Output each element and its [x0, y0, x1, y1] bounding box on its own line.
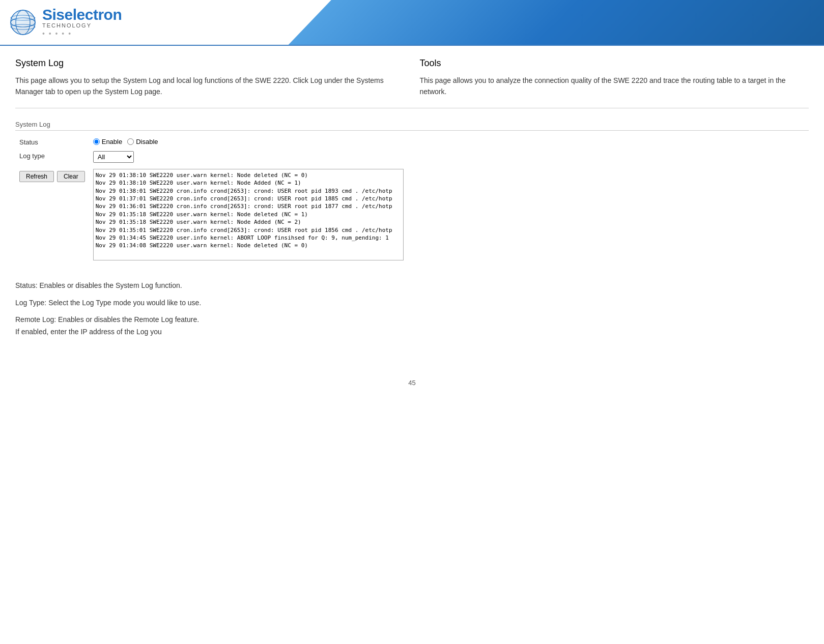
description-section: Status: Enables or disables the System L… — [15, 280, 809, 338]
logtype-row: Log type All Kernel System User — [15, 149, 809, 165]
syslog-section-title: System Log — [15, 121, 809, 131]
brand-name: Siselectron — [42, 7, 122, 22]
intro-col-left: System Log This page allows you to setup… — [15, 58, 405, 98]
logo-dots: • • • • • — [42, 30, 122, 38]
system-log-description: This page allows you to setup the System… — [15, 75, 405, 98]
buttons-cell: Refresh Clear — [15, 165, 89, 265]
buttons-log-row: Refresh Clear — [15, 165, 809, 265]
desc-status: Status: Enables or disables the System L… — [15, 280, 809, 292]
enable-radio-label[interactable]: Enable — [93, 138, 122, 145]
status-controls: Enable Disable — [89, 135, 809, 149]
status-radio-group: Enable Disable — [93, 138, 805, 145]
system-log-title: System Log — [15, 58, 405, 69]
disable-label: Disable — [136, 138, 158, 145]
disable-radio-label[interactable]: Disable — [127, 138, 158, 145]
status-row: Status Enable Disable — [15, 135, 809, 149]
tools-description: This page allows you to analyze the conn… — [420, 75, 809, 98]
logo-globe-icon — [9, 9, 37, 37]
syslog-form-table: Status Enable Disable Log ty — [15, 135, 809, 265]
logtype-control: All Kernel System User — [89, 149, 809, 165]
main-content: System Log This page allows you to setup… — [0, 46, 824, 354]
brand-sub: TECHNOLOGY — [42, 22, 122, 28]
page-number: 45 — [408, 379, 415, 387]
page-header: Siselectron TECHNOLOGY • • • • • — [0, 0, 824, 46]
enable-label: Enable — [102, 138, 122, 145]
log-output[interactable] — [93, 169, 404, 260]
tools-title: Tools — [420, 58, 809, 69]
header-bg-decoration — [289, 0, 824, 45]
disable-radio[interactable] — [127, 138, 134, 145]
intro-section: System Log This page allows you to setup… — [15, 58, 809, 108]
clear-button[interactable]: Clear — [57, 171, 85, 182]
log-textarea-cell — [89, 165, 809, 265]
enable-radio[interactable] — [93, 138, 100, 145]
logo-text: Siselectron TECHNOLOGY • • • • • — [42, 7, 122, 38]
syslog-section: System Log Status Enable Disable — [15, 121, 809, 265]
desc-logtype: Log Type: Select the Log Type mode you w… — [15, 297, 809, 309]
logo-area: Siselectron TECHNOLOGY • • • • • — [0, 7, 122, 38]
status-label: Status — [15, 135, 89, 149]
logtype-select[interactable]: All Kernel System User — [93, 151, 134, 163]
action-buttons: Refresh Clear — [19, 171, 85, 182]
refresh-button[interactable]: Refresh — [19, 171, 54, 182]
page-footer: 45 — [0, 369, 824, 397]
svg-point-5 — [11, 10, 35, 35]
log-textarea-container — [93, 169, 805, 262]
intro-col-right: Tools This page allows you to analyze th… — [420, 58, 809, 98]
desc-remotelog: Remote Log: Enables or disables the Remo… — [15, 314, 809, 338]
logtype-label: Log type — [15, 149, 89, 165]
